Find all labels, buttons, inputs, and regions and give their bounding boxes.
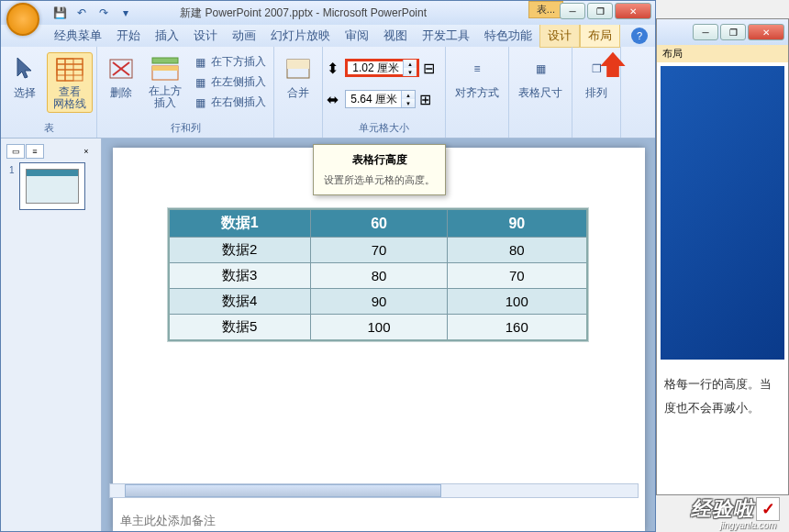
- table-row[interactable]: 数据38070: [169, 263, 587, 289]
- tooltip: 表格行高度 设置所选单元格的高度。: [313, 144, 446, 195]
- merge-button[interactable]: 合并: [278, 52, 318, 103]
- cell[interactable]: 70: [448, 263, 587, 289]
- annotation-arrow-icon: [597, 50, 628, 85]
- menu-special[interactable]: 特色功能: [477, 25, 539, 47]
- col-width-input[interactable]: [346, 93, 401, 105]
- grid-icon: [55, 55, 84, 84]
- svg-rect-1: [57, 59, 83, 64]
- cell[interactable]: 数据2: [169, 238, 311, 263]
- insert-right-button[interactable]: ▦在右侧插入: [189, 93, 270, 112]
- insert-col-right-icon: ▦: [193, 95, 207, 110]
- cell[interactable]: 100: [448, 289, 587, 315]
- qat-dropdown-icon[interactable]: ▾: [117, 4, 135, 22]
- align-label: 对齐方式: [455, 85, 499, 101]
- tablesize-button[interactable]: ▦表格尺寸: [513, 52, 568, 103]
- distribute-rows-icon[interactable]: ⊟: [423, 60, 439, 76]
- gridlines-button[interactable]: 查看 网格线: [47, 52, 93, 113]
- maximize-button[interactable]: ❐: [587, 3, 613, 19]
- table-row[interactable]: 数据490100: [169, 289, 587, 315]
- select-label: 选择: [14, 85, 36, 101]
- help-icon[interactable]: ?: [631, 28, 648, 44]
- close-pane-icon[interactable]: ×: [77, 144, 95, 159]
- table-header-row[interactable]: 数据1 60 90: [169, 209, 587, 238]
- table-row[interactable]: 数据5100160: [169, 315, 587, 341]
- col-width-down[interactable]: ▼: [402, 99, 415, 107]
- contextual-tab-label: 表...: [528, 1, 563, 18]
- insert-above-label: 在上方 插入: [149, 85, 182, 109]
- office-button[interactable]: [6, 3, 39, 36]
- scrollbar-thumb[interactable]: [125, 484, 441, 497]
- cell[interactable]: 90: [311, 289, 448, 315]
- background-window: ─ ❐ ✕ 布局 格每一行的高度。当 度也不会再减小。: [656, 18, 789, 495]
- thumb-number: 1: [9, 165, 15, 175]
- slide-canvas[interactable]: 数据1 60 90 数据27080 数据38070 数据490100 数据510…: [113, 148, 645, 531]
- close-button[interactable]: ✕: [615, 3, 651, 19]
- cell[interactable]: 数据4: [169, 289, 311, 315]
- undo-icon[interactable]: ↶: [72, 4, 91, 22]
- menu-review[interactable]: 审阅: [338, 25, 376, 47]
- outline-tab[interactable]: ≡: [26, 144, 44, 159]
- tablesize-icon: ▦: [526, 54, 555, 83]
- merge-label: 合并: [287, 85, 309, 101]
- cell[interactable]: 数据3: [169, 263, 311, 289]
- cell[interactable]: 100: [311, 315, 448, 341]
- select-button[interactable]: 选择: [5, 52, 45, 103]
- row-height-up[interactable]: ▲: [404, 60, 417, 68]
- row-height-spinner[interactable]: ▲▼: [345, 59, 419, 77]
- gridlines-label: 查看 网格线: [53, 86, 86, 110]
- cell[interactable]: 70: [311, 238, 448, 263]
- insert-below-label: 在下方插入: [211, 54, 266, 70]
- powerpoint-window: 💾 ↶ ↷ ▾ 新建 PowerPoint 2007.pptx - Micros…: [0, 0, 656, 532]
- header-cell[interactable]: 90: [448, 209, 587, 238]
- merge-icon: [283, 54, 313, 83]
- menu-design[interactable]: 设计: [186, 25, 225, 47]
- redo-icon[interactable]: ↷: [94, 4, 113, 22]
- cell[interactable]: 80: [448, 238, 587, 263]
- col-width-spinner[interactable]: ▲▼: [345, 90, 416, 108]
- minimize-button[interactable]: ─: [560, 3, 585, 19]
- menu-start[interactable]: 开始: [109, 25, 148, 47]
- tooltip-title: 表格行高度: [323, 152, 436, 168]
- save-icon[interactable]: 💾: [50, 4, 69, 22]
- bg-text: 格每一行的高度。当 度也不会再减小。: [657, 363, 788, 429]
- menu-slideshow[interactable]: 幻灯片放映: [263, 25, 338, 47]
- menu-ctx-design[interactable]: 设计: [539, 24, 580, 48]
- thumbnail-pane: ▭ ≡ × 1: [1, 139, 102, 531]
- svg-rect-11: [152, 58, 178, 63]
- ribbon: 选择 查看 网格线 表 删除 在上方 插入 ▦在: [1, 47, 655, 139]
- menu-classic[interactable]: 经典菜单: [47, 25, 109, 47]
- bg-close-button[interactable]: ✕: [748, 24, 784, 40]
- slide-area: 数据1 60 90 数据27080 数据38070 数据490100 数据510…: [102, 139, 655, 531]
- menu-insert[interactable]: 插入: [148, 25, 186, 47]
- menu-dev[interactable]: 开发工具: [415, 25, 477, 47]
- row-height-input[interactable]: [348, 61, 403, 74]
- cell[interactable]: 80: [311, 263, 448, 289]
- watermark: 经验啦 ✓: [691, 495, 780, 523]
- insert-below-button[interactable]: ▦在下方插入: [189, 52, 270, 72]
- menu-view[interactable]: 视图: [376, 25, 415, 47]
- cell[interactable]: 数据5: [169, 315, 311, 341]
- insert-above-button[interactable]: 在上方 插入: [143, 52, 187, 111]
- delete-button[interactable]: 删除: [101, 52, 141, 103]
- data-table[interactable]: 数据1 60 90 数据27080 数据38070 数据490100 数据510…: [168, 208, 588, 341]
- slides-tab[interactable]: ▭: [6, 144, 25, 159]
- menu-anim[interactable]: 动画: [225, 25, 263, 47]
- bg-minimize-button[interactable]: ─: [693, 24, 718, 40]
- table-row[interactable]: 数据27080: [169, 238, 587, 263]
- notes-placeholder[interactable]: 单主此处添加备注: [120, 513, 216, 529]
- distribute-cols-icon[interactable]: ⊞: [419, 91, 436, 107]
- svg-rect-2: [57, 64, 83, 70]
- horizontal-scrollbar[interactable]: [109, 483, 639, 498]
- slide-thumbnail-1[interactable]: 1: [19, 162, 85, 210]
- insert-left-button[interactable]: ▦在左侧插入: [189, 72, 270, 92]
- header-cell[interactable]: 数据1: [169, 209, 311, 238]
- bg-tab[interactable]: 布局: [657, 45, 788, 62]
- col-width-up[interactable]: ▲: [402, 91, 415, 99]
- bg-maximize-button[interactable]: ❐: [720, 24, 746, 40]
- svg-rect-13: [287, 60, 309, 69]
- row-height-down[interactable]: ▼: [404, 68, 417, 76]
- align-button[interactable]: ≡对齐方式: [450, 52, 505, 103]
- cell[interactable]: 160: [448, 315, 587, 341]
- header-cell[interactable]: 60: [311, 209, 448, 238]
- menu-ctx-layout[interactable]: 布局: [580, 24, 620, 48]
